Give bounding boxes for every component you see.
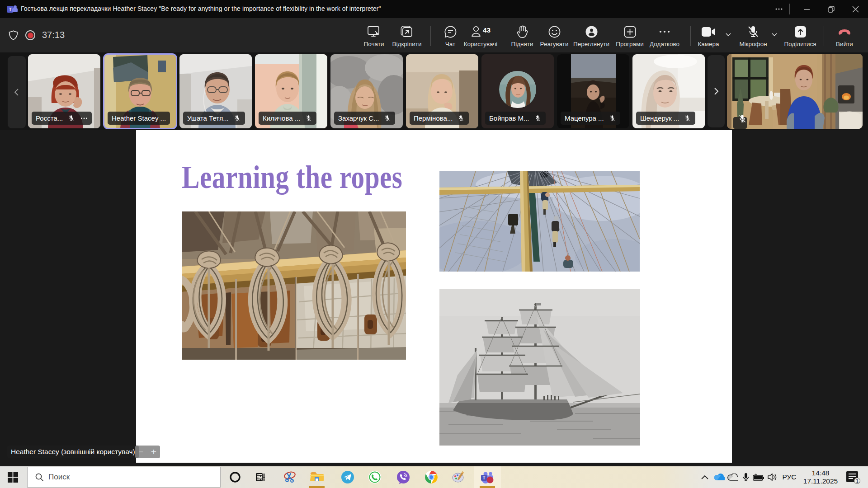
svg-text:T: T xyxy=(9,7,11,12)
svg-text:43: 43 xyxy=(483,26,491,34)
svg-text:1: 1 xyxy=(856,478,859,484)
svg-text:T: T xyxy=(482,475,485,480)
